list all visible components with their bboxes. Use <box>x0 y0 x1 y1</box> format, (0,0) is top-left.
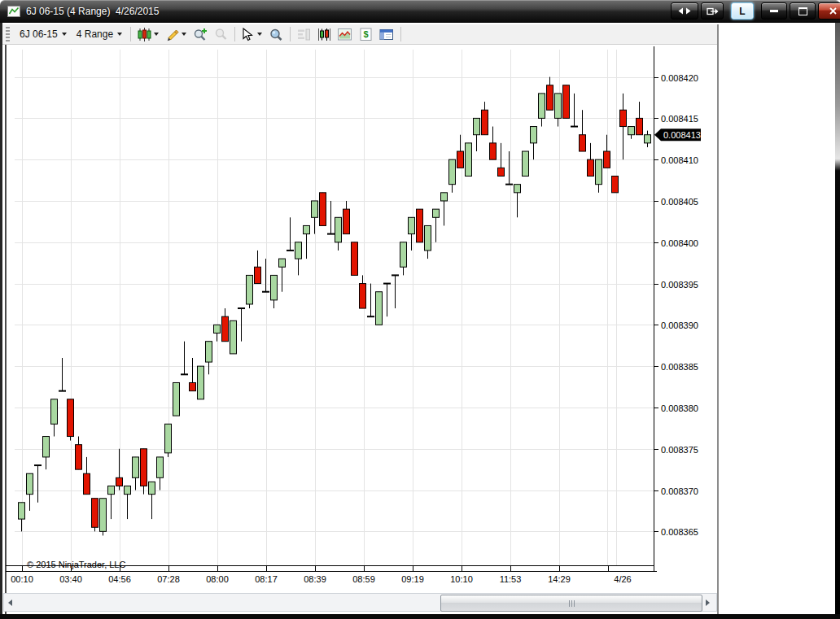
scroll-left-button[interactable] <box>5 595 15 609</box>
data-box-button[interactable] <box>265 26 287 43</box>
time-axis-label: 4/26 <box>614 574 631 584</box>
title-bar[interactable]: 6J 06-15 (4 Range) 4/26/2015 L <box>0 0 840 23</box>
send-to-button[interactable] <box>701 2 724 20</box>
pencil-icon <box>165 28 179 41</box>
candles-chart-icon <box>317 28 331 41</box>
chevron-down-icon <box>62 33 67 36</box>
interval-dropdown[interactable]: 4 Range <box>72 27 127 41</box>
arrow-left-icon <box>8 599 12 606</box>
time-axis-label: 07:28 <box>157 574 180 584</box>
data-series-nav-button[interactable] <box>671 2 698 20</box>
toolbar-separator <box>290 27 291 41</box>
toolbar-separator <box>400 27 401 41</box>
close-icon <box>829 7 838 15</box>
maximize-icon <box>798 7 807 15</box>
price-chart[interactable]: 0.0084200.0084150.0084100.0084050.008400… <box>0 0 840 619</box>
scroll-right-button[interactable] <box>702 595 713 609</box>
toolbar-separator <box>234 27 235 41</box>
copyright-text: © 2015 NinjaTrader, LLC <box>27 560 125 569</box>
horizontal-scrollbar[interactable] <box>3 593 717 612</box>
chevron-down-icon <box>257 33 262 36</box>
last-price-marker: 0.008413 <box>654 129 701 141</box>
account-dollar-button[interactable]: $ <box>356 26 376 43</box>
cursor-icon <box>242 28 255 41</box>
price-axis-label: 0.008370 <box>661 486 698 496</box>
price-axis-label: 0.008395 <box>661 280 698 290</box>
price-axis-label: 0.008405 <box>661 197 698 207</box>
window-left-border <box>0 23 2 614</box>
price-axis-label: 0.008385 <box>661 362 698 372</box>
interval-label: 4 Range <box>77 28 113 40</box>
instrument-label: 6J 06-15 <box>20 28 58 40</box>
candles <box>19 77 651 536</box>
chevron-down-icon <box>117 33 122 36</box>
time-axis-label: 08:59 <box>352 574 375 584</box>
cursor-mode-button[interactable] <box>238 26 265 43</box>
regions-chart-button[interactable] <box>335 26 356 43</box>
svg-text:$: $ <box>364 29 369 39</box>
toolbar-separator <box>130 27 131 41</box>
instrument-dropdown[interactable]: 6J 06-15 <box>15 27 72 41</box>
link-button[interactable]: L <box>731 2 754 20</box>
thumb-grip-icon <box>569 600 570 607</box>
chart-window: 0.0084200.0084150.0084100.0084050.008400… <box>0 0 840 619</box>
time-axis-label: 08:39 <box>304 574 326 584</box>
price-axis-label: 0.008365 <box>661 527 698 537</box>
bars-type-button[interactable] <box>314 26 335 43</box>
time-axis-label: 04:56 <box>108 574 131 584</box>
zoom-out-button <box>211 26 231 43</box>
time-axis-label: 08:17 <box>255 574 278 584</box>
dollar-icon: $ <box>359 28 373 41</box>
chevron-down-icon <box>182 33 186 36</box>
time-axis-label: 14:29 <box>548 574 571 584</box>
price-axis-label: 0.008375 <box>661 445 698 455</box>
toolbar-grip[interactable] <box>6 27 10 41</box>
price-axis-label: 0.008380 <box>661 403 698 413</box>
candlestick-style-icon <box>138 28 151 41</box>
window-bottom-border <box>0 614 840 619</box>
thumb-grip-icon <box>571 600 572 607</box>
zoom-out-icon <box>214 28 228 41</box>
scrollbar-thumb[interactable] <box>440 595 702 612</box>
properties-panel-button[interactable] <box>376 26 397 43</box>
close-button[interactable] <box>818 2 840 20</box>
link-button-label: L <box>739 6 745 17</box>
properties-panel-icon <box>379 28 394 41</box>
thumb-grip-icon <box>574 600 575 607</box>
time-axis-label: 08:00 <box>206 574 229 584</box>
price-axis-label: 0.008410 <box>661 155 698 165</box>
axes[interactable]: 0.0084200.0084150.0084100.0084050.008400… <box>6 46 698 584</box>
toolbar: 6J 06-15 4 Range <box>2 24 717 45</box>
price-axis-label: 0.008420 <box>661 73 698 83</box>
minimize-icon <box>770 10 778 13</box>
time-axis-label: 03:40 <box>59 574 82 584</box>
window-right-border <box>835 23 840 614</box>
regions-chart-icon <box>338 28 352 41</box>
zoom-in-icon <box>193 28 208 41</box>
chart-style-picker-button[interactable] <box>134 26 162 43</box>
time-axis-label: 10:10 <box>450 574 473 584</box>
arrow-right-icon <box>706 599 710 606</box>
time-axis-label: 00:10 <box>11 574 33 584</box>
price-axis-label: 0.008415 <box>661 114 698 124</box>
price-axis-label: 0.008400 <box>661 238 698 248</box>
chevron-down-icon <box>154 33 159 36</box>
chart-trader-icon <box>297 28 311 41</box>
time-axis-label: 09:19 <box>401 574 424 584</box>
zoom-in-button[interactable] <box>190 26 211 43</box>
maximize-button[interactable] <box>790 2 816 20</box>
window-title: 6J 06-15 (4 Range) 4/26/2015 <box>26 6 159 17</box>
chart-app-icon <box>7 5 20 18</box>
chart-trader-button <box>294 26 314 43</box>
time-axis-label: 11:53 <box>500 574 522 584</box>
price-axis-label: 0.008390 <box>661 320 698 330</box>
last-price-label: 0.008413 <box>663 130 701 140</box>
drawing-tools-button[interactable] <box>162 26 190 43</box>
minimize-button[interactable] <box>761 2 787 20</box>
magnifier-icon <box>269 28 283 41</box>
